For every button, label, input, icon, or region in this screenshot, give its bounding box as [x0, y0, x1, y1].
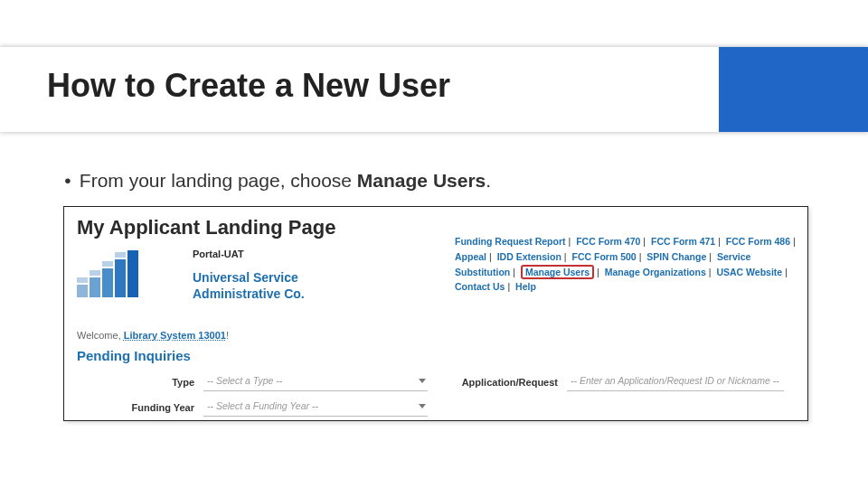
- bullet-item: • From your landing page, choose Manage …: [61, 170, 491, 192]
- svg-rect-7: [115, 252, 126, 258]
- usac-logo: [77, 249, 184, 297]
- quick-links: Funding Request Report| FCC Form 470| FC…: [455, 234, 798, 295]
- link-contact-us[interactable]: Contact Us: [455, 281, 505, 292]
- slide: How to Create a New User • From your lan…: [0, 0, 868, 488]
- form-row-funding-year: Funding Year -- Select a Funding Year --: [77, 399, 795, 420]
- svg-rect-1: [90, 277, 100, 297]
- bullet-icon: •: [61, 170, 74, 192]
- label-funding-year: Funding Year: [77, 402, 194, 413]
- company-name-line1: Universal Service: [193, 270, 298, 285]
- link-appeal[interactable]: Appeal: [455, 251, 486, 262]
- select-type[interactable]: -- Select a Type --: [203, 373, 428, 391]
- link-fcc-form-486[interactable]: FCC Form 486: [726, 236, 790, 247]
- link-spin-change[interactable]: SPIN Change: [646, 251, 706, 262]
- welcome-entity-link[interactable]: Library System 13001: [124, 330, 226, 341]
- svg-rect-2: [102, 268, 113, 297]
- select-type-placeholder: -- Select a Type --: [207, 375, 282, 386]
- welcome-prefix: Welcome,: [77, 330, 124, 341]
- label-application-request: Application/Request: [440, 377, 558, 388]
- slide-title: How to Create a New User: [47, 67, 450, 105]
- svg-rect-3: [115, 259, 126, 297]
- bullet-text-prefix: From your landing page, choose: [80, 170, 357, 191]
- screenshot-panel: My Applicant Landing Page Portal-UAT Uni…: [63, 206, 808, 421]
- link-fcc-form-471[interactable]: FCC Form 471: [651, 236, 715, 247]
- link-funding-request-report[interactable]: Funding Request Report: [455, 236, 566, 247]
- link-manage-organizations[interactable]: Manage Organizations: [605, 267, 706, 277]
- header-accent: [719, 47, 868, 132]
- link-fcc-form-500[interactable]: FCC Form 500: [572, 251, 637, 262]
- link-manage-users[interactable]: Manage Users: [525, 267, 590, 277]
- portal-env-label: Portal-UAT: [193, 249, 244, 259]
- form-row-type: Type -- Select a Type -- Application/Req…: [77, 373, 795, 395]
- chevron-down-icon: [419, 404, 426, 408]
- usac-logo-svg: [77, 249, 184, 297]
- company-name-line2: Administrative Co.: [193, 286, 305, 301]
- link-idd-extension[interactable]: IDD Extension: [497, 251, 561, 262]
- landing-page-title: My Applicant Landing Page: [77, 216, 335, 239]
- svg-rect-5: [90, 270, 100, 276]
- welcome-suffix: !: [226, 330, 229, 341]
- select-funding-year-placeholder: -- Select a Funding Year --: [207, 400, 318, 411]
- link-usac-website[interactable]: USAC Website: [716, 267, 782, 277]
- svg-rect-8: [77, 277, 88, 283]
- bullet-text-suffix: .: [486, 170, 491, 191]
- svg-rect-0: [77, 285, 88, 297]
- pending-inquiries-heading: Pending Inquiries: [77, 348, 191, 363]
- bullet-text-strong: Manage Users: [357, 170, 486, 191]
- input-application-request[interactable]: -- Enter an Application/Request ID or Ni…: [567, 373, 784, 391]
- manage-users-highlight: Manage Users: [521, 265, 594, 279]
- welcome-text: Welcome, Library System 13001!: [77, 330, 229, 341]
- svg-rect-6: [102, 261, 113, 267]
- link-fcc-form-470[interactable]: FCC Form 470: [576, 236, 640, 247]
- input-application-placeholder: -- Enter an Application/Request ID or Ni…: [571, 375, 779, 386]
- chevron-down-icon: [419, 379, 426, 383]
- link-help[interactable]: Help: [515, 281, 536, 292]
- select-funding-year[interactable]: -- Select a Funding Year --: [203, 399, 428, 417]
- company-name: Universal Service Administrative Co.: [193, 270, 305, 302]
- label-type: Type: [77, 377, 194, 388]
- svg-rect-4: [127, 250, 138, 297]
